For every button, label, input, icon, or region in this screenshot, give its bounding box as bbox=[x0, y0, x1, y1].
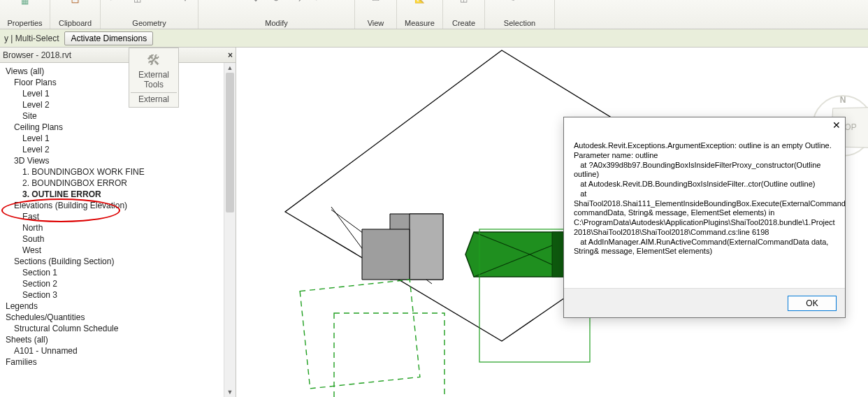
dialog-titlebar[interactable]: ✕ bbox=[564, 117, 845, 133]
ribbon-group-properties[interactable]: ▦ Properties bbox=[0, 0, 50, 29]
tree-node[interactable]: Level 2 bbox=[1, 99, 234, 110]
edit-icon[interactable]: ✎ bbox=[505, 0, 519, 6]
compass-north: N bbox=[840, 95, 846, 105]
svg-rect-13 bbox=[300, 280, 420, 389]
tree-node[interactable]: Floor Plans bbox=[1, 77, 234, 88]
tree-node[interactable]: Site bbox=[1, 110, 234, 122]
join-label[interactable]: Join bbox=[154, 0, 168, 6]
external-label-1: External bbox=[131, 70, 177, 80]
tree-node[interactable]: Section 2 bbox=[1, 278, 234, 289]
viewcube-face: OP bbox=[844, 122, 856, 132]
tree-node[interactable]: Views (all) bbox=[1, 66, 234, 77]
ribbon-label: Properties bbox=[7, 19, 42, 27]
ribbon-group-selection[interactable]: ✎ Edit Selection bbox=[485, 0, 555, 29]
tree-node[interactable]: 2. BOUNDINGBOX ERROR bbox=[1, 178, 234, 189]
tree-node[interactable]: Elevations (Building Elevation) bbox=[1, 200, 234, 211]
project-browser: Browser - 2018.rvt × Views (all)Floor Pl… bbox=[0, 48, 236, 397]
svg-marker-4 bbox=[410, 214, 443, 280]
tree-node[interactable]: Structural Column Schedule bbox=[1, 323, 234, 334]
move-icon[interactable]: ✥ bbox=[249, 0, 263, 6]
join-icon[interactable]: ◫ bbox=[130, 0, 144, 6]
trim-icon[interactable]: ✂ bbox=[312, 0, 326, 6]
ribbon-label: View bbox=[368, 19, 384, 27]
align-icon[interactable]: ↔ bbox=[228, 0, 242, 6]
ok-button[interactable]: OK bbox=[788, 296, 837, 311]
dialog-close-icon[interactable]: ✕ bbox=[832, 120, 841, 131]
external-tools-icon: 🛠 bbox=[131, 52, 177, 68]
cut-icon[interactable]: ✂ bbox=[106, 0, 120, 6]
ribbon-label: Modify bbox=[265, 19, 287, 27]
external-tab-label: External bbox=[131, 92, 177, 104]
browser-title: Browser - 2018.rvt bbox=[3, 50, 71, 60]
ribbon-group-create[interactable]: ◫ Create bbox=[443, 0, 485, 29]
ribbon-label: Measure bbox=[405, 19, 435, 27]
ribbon-label: Clipboard bbox=[59, 19, 92, 27]
tree-node[interactable]: Level 2 bbox=[1, 144, 234, 155]
tree-node[interactable]: Level 1 bbox=[1, 133, 234, 144]
scroll-thumb[interactable] bbox=[226, 73, 234, 212]
external-label-2: Tools bbox=[131, 80, 177, 89]
external-tools-panel[interactable]: 🛠 External Tools External bbox=[129, 48, 179, 108]
browser-titlebar[interactable]: Browser - 2018.rvt × bbox=[0, 48, 236, 63]
options-left-text: y | Multi-Select bbox=[4, 34, 59, 43]
tree-node[interactable]: 3D Views bbox=[1, 155, 234, 166]
rotate-icon[interactable]: ⟳ bbox=[270, 0, 284, 6]
ribbon: ▦ Properties 📋 Clipboard ✂ ◫ Join ▾ Geom… bbox=[0, 0, 868, 29]
tree-node[interactable]: Section 1 bbox=[1, 267, 234, 278]
tree-node[interactable]: Schedules/Quantities bbox=[1, 312, 234, 323]
ribbon-group-modify[interactable]: ↔ ✥ ⟳ ⇋ ✂ Modify bbox=[198, 0, 355, 29]
tree-node[interactable]: 1. BOUNDINGBOX WORK FINE bbox=[1, 166, 234, 178]
tree-node[interactable]: Sections (Building Section) bbox=[1, 256, 234, 267]
tree-node[interactable]: Ceiling Plans bbox=[1, 122, 234, 133]
ribbon-group-measure[interactable]: 📐 Measure bbox=[397, 0, 443, 29]
activate-dimensions-button[interactable]: Activate Dimensions bbox=[64, 31, 153, 45]
edit-label: Edit bbox=[521, 0, 535, 6]
mirror-icon[interactable]: ⇋ bbox=[291, 0, 305, 6]
tree-node[interactable]: A101 - Unnamed bbox=[1, 345, 234, 356]
ribbon-label: Geometry bbox=[132, 19, 166, 27]
measure-icon: 📐 bbox=[413, 0, 427, 6]
tree-node[interactable]: Section 3 bbox=[1, 289, 234, 301]
options-bar: y | Multi-Select Activate Dimensions bbox=[0, 29, 868, 48]
scroll-down-icon[interactable]: ▼ bbox=[224, 387, 236, 397]
scroll-up-icon[interactable]: ▲ bbox=[224, 63, 236, 73]
properties-icon: ▦ bbox=[16, 0, 34, 10]
tree-node[interactable]: 3. OUTLINE ERROR bbox=[1, 189, 234, 200]
tree-node[interactable]: Sheets (all) bbox=[1, 334, 234, 345]
ribbon-label: Selection bbox=[504, 19, 535, 27]
ribbon-group-clipboard[interactable]: 📋 Clipboard bbox=[50, 0, 101, 29]
ribbon-group-geometry[interactable]: ✂ ◫ Join ▾ Geometry bbox=[101, 0, 198, 29]
svg-marker-5 bbox=[362, 229, 410, 280]
tree-node[interactable]: South bbox=[1, 233, 234, 245]
tree-node[interactable]: West bbox=[1, 245, 234, 256]
create-icon: ◫ bbox=[457, 0, 471, 6]
main-area: Browser - 2018.rvt × Views (all)Floor Pl… bbox=[0, 48, 868, 397]
ribbon-label: Create bbox=[452, 19, 475, 27]
error-dialog: ✕ Autodesk.Revit.Exceptions.ArgumentExce… bbox=[563, 117, 846, 318]
ribbon-group-view[interactable]: ▭ View bbox=[355, 0, 397, 29]
drawing-canvas[interactable]: N OP ✕ Autodesk.Revit.Exceptions.Argumen… bbox=[236, 48, 868, 397]
dialog-message: Autodesk.Revit.Exceptions.ArgumentExcept… bbox=[564, 133, 845, 288]
paste-icon: 📋 bbox=[68, 0, 82, 6]
tree-node[interactable]: Legends bbox=[1, 301, 234, 312]
tree-node[interactable]: North bbox=[1, 222, 234, 233]
browser-scrollbar[interactable]: ▲ ▼ bbox=[224, 63, 236, 397]
tree-node[interactable]: East bbox=[1, 211, 234, 222]
tree-node[interactable]: Level 1 bbox=[1, 88, 234, 99]
browser-tree[interactable]: Views (all)Floor PlansLevel 1Level 2Site… bbox=[0, 63, 236, 397]
chevron-down-icon[interactable]: ▾ bbox=[178, 0, 192, 6]
close-icon[interactable]: × bbox=[228, 50, 233, 60]
dialog-footer: OK bbox=[564, 288, 845, 317]
tree-node[interactable]: Families bbox=[1, 356, 234, 368]
view-icon: ▭ bbox=[369, 0, 383, 6]
